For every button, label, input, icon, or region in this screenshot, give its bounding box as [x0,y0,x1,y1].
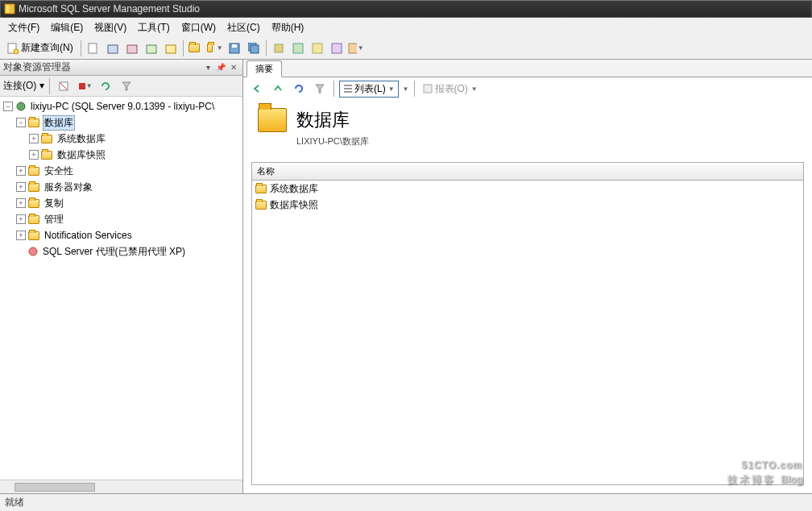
app-icon [4,3,15,15]
svg-rect-16 [332,44,342,53]
report-button[interactable]: 报表(O)▼ [420,80,481,98]
panel-close-icon[interactable]: ✕ [228,62,239,73]
svg-rect-1 [6,6,10,13]
svg-point-21 [17,102,25,110]
stop-icon[interactable]: ▼ [76,77,93,95]
disconnect-icon[interactable] [55,77,72,95]
tree-node-serverobj[interactable]: +服务器对象 [0,179,242,195]
svg-rect-14 [293,44,303,53]
toolbar-btn-1[interactable] [85,39,102,57]
save-icon[interactable] [226,39,243,57]
connect-toolbar: 连接(O) ▾ ▼ [0,76,242,97]
list-icon [343,84,353,93]
app-title: Microsoft SQL Server Management Studio [19,3,200,15]
content-pane: 摘要 列表(L)▼ ▼ 报表(O)▼ 数据库 LIXIYU-PC\数据库 [243,60,812,493]
toolbar-btn-last[interactable]: ▼ [347,39,365,57]
panel-title-bar: 对象资源管理器 ▾ 📌 ✕ [0,60,242,76]
watermark: 51CTO.com 技术博客 Blog [727,452,802,487]
registered-servers-icon[interactable] [270,39,288,57]
svg-rect-10 [232,44,237,48]
tree-node-notification[interactable]: +Notification Services [0,227,242,243]
back-icon[interactable] [248,80,266,98]
svg-rect-20 [79,83,85,89]
object-explorer-panel: 对象资源管理器 ▾ 📌 ✕ 连接(O) ▾ ▼ −lixiyu-PC (SQL … [0,60,243,493]
open-dropdown-icon[interactable]: ▼ [206,39,224,57]
svg-rect-4 [89,44,97,53]
tree-node-security[interactable]: +安全性 [0,163,242,179]
template-explorer-icon[interactable] [309,39,326,57]
refresh-icon[interactable] [97,77,114,95]
toolbar-btn-4[interactable] [143,39,160,57]
connect-button[interactable]: 连接(O) ▾ [3,79,44,93]
menu-view[interactable]: 视图(V) [89,19,131,36]
up-icon[interactable] [269,80,287,98]
summary-header: 数据库 [243,100,812,139]
svg-rect-15 [313,44,322,53]
column-name-header[interactable]: 名称 [252,163,803,181]
svg-rect-13 [275,44,283,52]
tree-node-dbsnap[interactable]: +数据库快照 [0,147,242,163]
summary-filter-icon[interactable] [311,80,329,98]
list-item[interactable]: 系统数据库 [252,181,803,197]
new-query-icon [7,43,19,54]
menu-file[interactable]: 文件(F) [3,19,44,36]
svg-rect-7 [147,45,156,53]
panel-pin-icon[interactable]: 📌 [215,62,226,73]
summary-refresh-icon[interactable] [290,80,308,98]
panel-dropdown-icon[interactable]: ▾ [202,62,213,73]
tree-node-management[interactable]: +管理 [0,211,242,227]
svg-rect-17 [349,44,357,53]
database-folder-icon [258,108,287,132]
tab-strip: 摘要 [243,60,812,77]
tree-hscrollbar[interactable] [0,480,242,493]
status-bar: 就绪 [0,493,812,511]
tree-node-databases[interactable]: −数据库 [0,114,242,131]
summary-tab[interactable]: 摘要 [246,60,282,77]
svg-rect-12 [251,45,259,53]
svg-rect-26 [424,85,432,93]
list-item[interactable]: 数据库快照 [252,197,803,213]
summary-toolbar: 列表(L)▼ ▼ 报表(O)▼ [243,77,812,100]
properties-icon[interactable] [328,39,346,57]
toolbar-btn-2[interactable] [104,39,122,57]
status-text: 就绪 [5,496,24,509]
menu-tools[interactable]: 工具(T) [133,19,174,36]
summary-list: 名称 系统数据库 数据库快照 [251,162,804,485]
filter-icon[interactable] [118,77,135,95]
tree-node-sysdb[interactable]: +系统数据库 [0,131,242,147]
menu-community[interactable]: 社区(C) [222,19,265,36]
new-query-button[interactable]: 新建查询(N) [3,39,77,57]
menu-edit[interactable]: 编辑(E) [46,19,88,36]
svg-point-22 [29,247,37,256]
main-toolbar: 新建查询(N) ▼ ▼ [0,37,812,60]
toolbar-btn-5[interactable] [162,39,180,57]
open-icon[interactable] [187,39,205,57]
toolbar-btn-3[interactable] [123,39,141,57]
tree-node-server[interactable]: −lixiyu-PC (SQL Server 9.0.1399 - lixiyu… [0,98,242,114]
svg-rect-8 [166,45,176,53]
list-view-button[interactable]: 列表(L)▼ [339,81,399,98]
save-all-icon[interactable] [245,39,263,57]
object-explorer-icon[interactable] [289,39,307,57]
menu-window[interactable]: 窗口(W) [176,19,221,36]
report-icon [423,84,433,93]
tree-node-replication[interactable]: +复制 [0,195,242,211]
object-tree[interactable]: −lixiyu-PC (SQL Server 9.0.1399 - lixiyu… [0,97,242,480]
summary-path: LIXIYU-PC\数据库 [296,135,812,147]
svg-rect-5 [108,45,118,53]
tree-node-agent[interactable]: SQL Server 代理(已禁用代理 XP) [0,243,242,260]
menu-help[interactable]: 帮助(H) [267,19,309,36]
summary-title: 数据库 [296,108,350,132]
svg-rect-6 [127,45,137,53]
title-bar: Microsoft SQL Server Management Studio [0,0,812,18]
svg-point-3 [14,49,19,54]
menu-bar[interactable]: 文件(F) 编辑(E) 视图(V) 工具(T) 窗口(W) 社区(C) 帮助(H… [0,18,812,37]
